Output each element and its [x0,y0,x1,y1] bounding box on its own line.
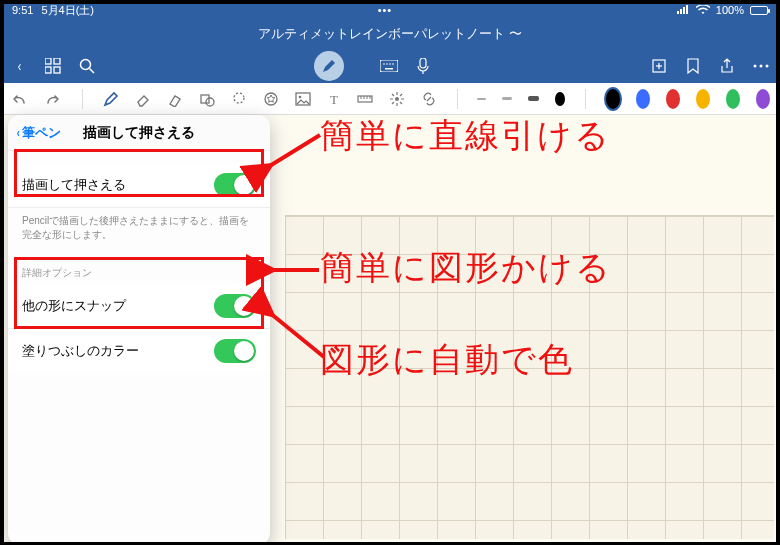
svg-line-32 [268,135,320,167]
color-swatch-4[interactable] [696,89,710,109]
row-snap-label: 他の形にスナップ [22,297,126,315]
link-tool-icon[interactable] [421,91,437,107]
row-draw-hold: 描画して押さえる [8,163,270,208]
thumbnails-icon[interactable] [44,57,62,75]
signal-icon [676,5,690,15]
svg-point-8 [386,63,388,65]
svg-point-20 [206,98,214,106]
color-swatch-6[interactable] [756,89,770,109]
stroke-width-1[interactable] [477,98,485,100]
row-fill-label: 塗りつぶしのカラー [22,342,139,360]
svg-line-5 [90,68,95,73]
svg-text:T: T [330,92,338,106]
share-icon[interactable] [718,57,736,75]
chevron-left-icon: ‹ [17,125,20,140]
pen-tool-icon[interactable] [103,91,119,107]
status-date: 5月4日(土) [41,3,94,18]
arrow-2 [264,263,324,277]
undo-button[interactable] [10,92,28,106]
popover-header: ‹ 筆ペン 描画して押さえる [8,115,270,151]
svg-rect-3 [54,67,60,73]
arrow-1 [260,125,330,175]
svg-rect-2 [45,67,51,73]
svg-point-31 [395,97,399,101]
app-toolbar: ‹ [0,48,780,83]
pen-settings-popover: ‹ 筆ペン 描画して押さえる 描画して押さえる Pencilで描画した後押さえた… [8,115,270,545]
image-tool-icon[interactable] [295,92,311,106]
highlighter-tool-icon[interactable] [167,91,183,107]
svg-point-7 [383,63,385,65]
stroke-width-2[interactable] [502,97,512,100]
svg-rect-1 [54,58,60,64]
pen-mode-button[interactable] [314,51,344,81]
svg-point-24 [298,95,301,98]
bookmark-icon[interactable] [684,57,702,75]
row-draw-hold-label: 描画して押さえる [22,176,126,194]
row-fill-color: 塗りつぶしのカラー [8,329,270,373]
popover-back-button[interactable]: ‹ 筆ペン [16,115,61,150]
toggle-draw-hold[interactable] [214,173,256,197]
color-black[interactable] [555,92,565,106]
svg-rect-6 [380,60,398,72]
battery-percent: 100% [716,4,744,16]
toggle-snap[interactable] [214,294,256,318]
row-snap: 他の形にスナップ [8,284,270,329]
favorite-tool-icon[interactable] [263,91,279,107]
svg-rect-0 [45,58,51,64]
ruler-tool-icon[interactable] [357,93,373,105]
svg-point-4 [81,59,91,69]
drawing-toolbar: T [0,83,780,115]
add-icon[interactable] [650,57,668,75]
stroke-width-3[interactable] [528,96,539,101]
mic-icon[interactable] [414,57,432,75]
svg-point-9 [389,63,391,65]
more-icon[interactable] [752,57,770,75]
annotation-2: 簡単に図形かける [320,245,612,291]
lasso-tool-icon[interactable] [231,91,247,107]
arrow-3 [262,307,332,365]
toggle-fill-color[interactable] [214,339,256,363]
keyboard-icon[interactable] [380,57,398,75]
color-swatch-5[interactable] [726,89,740,109]
laser-tool-icon[interactable] [389,91,405,107]
battery-icon [750,6,768,15]
popover-title: 描画して押さえる [83,124,195,142]
back-button[interactable]: ‹ [10,57,28,75]
svg-point-21 [234,93,244,103]
status-dots: ••• [378,4,393,16]
svg-rect-12 [420,58,426,68]
svg-rect-11 [385,68,393,70]
section-advanced-label: 詳細オプション [8,252,270,284]
status-time: 9:51 [12,4,33,16]
svg-point-10 [392,63,394,65]
color-swatch-1[interactable] [606,89,620,109]
shape-tool-icon[interactable] [199,91,215,107]
popover-back-label: 筆ペン [22,124,61,142]
document-canvas[interactable]: ‹ 筆ペン 描画して押さえる 描画して押さえる Pencilで描画した後押さえた… [0,115,780,545]
text-tool-icon[interactable]: T [327,92,341,106]
eraser-tool-icon[interactable] [135,91,151,107]
annotation-1: 簡単に直線引ける [320,113,611,159]
draw-hold-description: Pencilで描画した後押さえたままにすると、描画を完全な形にします。 [8,208,270,252]
color-swatch-3[interactable] [666,89,680,109]
color-swatch-2[interactable] [636,89,650,109]
wifi-icon [696,5,710,15]
status-bar: 9:51 5月4日(土) ••• 100% [0,0,780,20]
svg-point-16 [754,64,757,67]
redo-button[interactable] [44,92,62,106]
search-icon[interactable] [78,57,96,75]
title-bar: アルティメットレインボーパレットノート 〜 [0,20,780,48]
svg-line-34 [270,313,324,357]
svg-point-17 [760,64,763,67]
document-title[interactable]: アルティメットレインボーパレットノート 〜 [258,25,522,43]
svg-point-18 [766,64,769,67]
annotation-3: 図形に自動で色 [320,337,574,383]
